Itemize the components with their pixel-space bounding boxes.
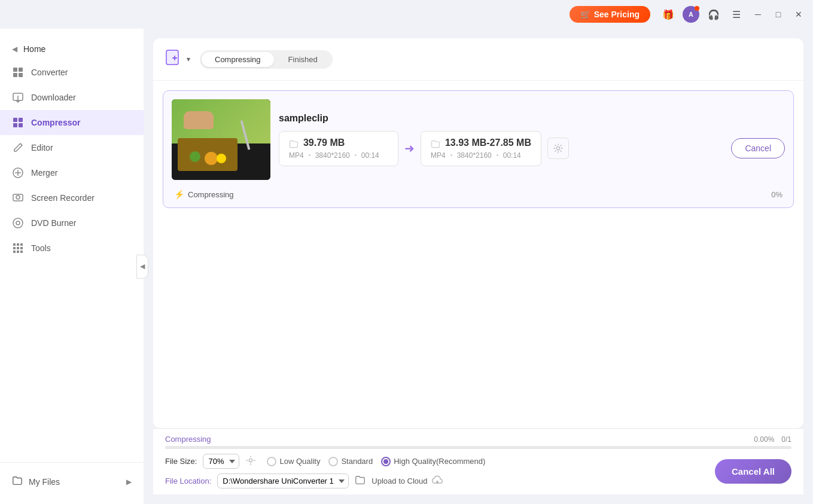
my-files-label: My Files [29,477,60,487]
status-tabs: Compressing Finished [200,50,333,69]
quality-option-standard[interactable]: Standard [328,457,373,466]
cancel-button[interactable]: Cancel [731,138,785,158]
titlebar: 🛒 See Pricing 🎁 A 🎧 ☰ ─ □ ✕ [0,0,813,29]
file-size-label: File Size: [165,457,197,466]
svg-rect-20 [13,247,16,249]
progress-percentage: 0% [771,190,782,199]
sidebar-item-merger[interactable]: Merger [0,160,144,185]
orig-resolution: 3840*2160 [315,151,350,160]
compression-row: 39.79 MB MP4 3840*2160 00:14 [279,131,785,166]
sidebar-item-home[interactable]: ◀ Home [0,38,144,60]
file-info: sampleclip 39.79 MB [279,113,785,166]
progress-label: Compressing [165,435,211,444]
veggie1 [190,151,200,162]
browse-folder-icon[interactable] [355,475,366,488]
svg-rect-9 [19,123,23,127]
dot1 [309,154,310,156]
tab-finished[interactable]: Finished [275,52,331,67]
main-layout: ◀ Home Converter Downloader Compressor [0,29,813,504]
quality-standard-label: Standard [341,457,373,466]
svg-rect-19 [20,243,23,246]
svg-point-15 [13,218,23,228]
editor-icon [12,142,24,154]
downloader-icon [12,91,24,103]
add-file-button[interactable]: ▾ [165,48,190,71]
progress-header: Compressing 0.00% 0/1 [165,435,791,444]
options-left: File Size: 70% 50% 30% [165,454,715,488]
sidebar-item-downloader[interactable]: Downloader [0,85,144,110]
svg-rect-18 [17,243,19,246]
converter-label: Converter [31,68,68,77]
quality-settings-icon[interactable] [245,455,256,468]
merger-label: Merger [31,168,57,178]
sidebar-item-my-files[interactable]: My Files ▶ [0,469,144,494]
svg-point-14 [16,196,20,199]
upload-cloud-label: Upload to Cloud [372,476,427,485]
avatar-button[interactable]: A [683,6,699,23]
titlebar-icons: 🎁 A 🎧 ☰ ─ □ ✕ [660,6,806,23]
compressor-icon [12,117,24,129]
minimize-button[interactable]: ─ [751,7,765,22]
see-pricing-button[interactable]: 🛒 See Pricing [570,6,650,23]
tools-icon [12,242,24,254]
compressing-progress-row: ⚡ Compressing 0% [172,186,785,199]
compressing-label: ⚡ Compressing [174,190,234,199]
quality-option-high[interactable]: High Quality(Recommend) [381,457,485,466]
file-item: sampleclip 39.79 MB [163,90,794,208]
svg-rect-22 [20,247,23,249]
sidebar-collapse-button[interactable]: ◀ [136,255,148,279]
svg-rect-0 [13,68,17,72]
close-button[interactable]: ✕ [791,7,806,22]
sidebar-item-editor[interactable]: Editor [0,135,144,160]
sidebar-item-compressor[interactable]: Compressor [0,110,144,135]
notification-dot [695,6,699,11]
svg-rect-1 [19,68,23,72]
home-chevron-icon: ◀ [12,45,17,53]
svg-rect-23 [13,251,16,253]
cloud-icon [431,474,443,488]
file-size-select[interactable]: 70% 50% 30% [203,454,239,469]
main-panel: ▾ Compressing Finished [153,38,803,428]
progress-count: 0/1 [781,435,791,444]
quality-options: Low Quality Standard [267,457,485,466]
lightning-icon: ⚡ [174,190,184,199]
quality-low-label: Low Quality [279,457,320,466]
progress-bar-container [165,446,791,449]
downloader-label: Downloader [31,93,76,102]
gift-icon-button[interactable]: 🎁 [660,6,677,23]
cart-icon: 🛒 [580,10,590,19]
target-size-meta: MP4 3840*2160 00:14 [431,151,531,160]
cancel-all-button[interactable]: Cancel All [715,459,791,484]
dot2 [355,154,357,156]
orig-format: MP4 [289,151,304,160]
screen-recorder-icon [12,192,24,204]
original-size-box: 39.79 MB MP4 3840*2160 00:14 [279,131,398,166]
merger-icon [12,167,24,179]
svg-rect-24 [17,251,19,253]
tab-compressing[interactable]: Compressing [202,52,274,67]
svg-point-28 [249,459,252,462]
quality-option-low[interactable]: Low Quality [267,457,320,466]
screen-recorder-label: Screen Recorder [31,193,95,203]
content-area: ▾ Compressing Finished [144,29,813,504]
progress-value: 0.00% [754,435,774,444]
menu-icon[interactable]: ☰ [728,6,745,23]
headphone-icon[interactable]: 🎧 [705,6,722,23]
file-settings-button[interactable] [547,138,569,159]
veggie3 [217,154,226,163]
svg-rect-25 [20,251,23,253]
folder-icon-orig [289,138,301,148]
add-dropdown-arrow: ▾ [187,55,190,63]
my-files-folder-icon [12,475,23,488]
svg-point-16 [16,221,20,225]
sidebar-item-converter[interactable]: Converter [0,60,144,85]
file-list: sampleclip 39.79 MB [153,81,803,428]
progress-section: Compressing 0.00% 0/1 [165,435,791,449]
hand [184,111,214,129]
sidebar-item-tools[interactable]: Tools [0,236,144,261]
upload-to-cloud-button[interactable]: Upload to Cloud [372,474,443,488]
maximize-button[interactable]: □ [771,7,785,22]
sidebar-item-dvd-burner[interactable]: DVD Burner [0,210,144,236]
file-location-select[interactable]: D:\Wondershare UniConverter 1 [217,474,349,488]
sidebar-item-screen-recorder[interactable]: Screen Recorder [0,185,144,210]
